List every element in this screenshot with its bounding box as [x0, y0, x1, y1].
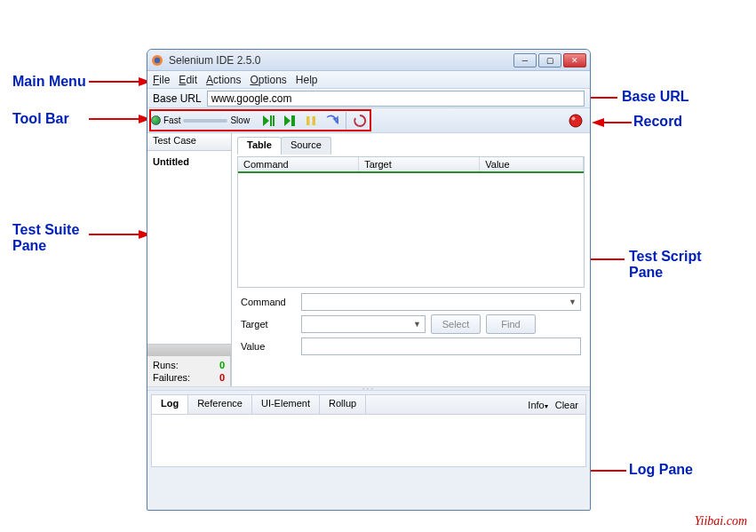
- svg-point-25: [572, 116, 576, 120]
- base-url-row: Base URL: [147, 89, 590, 108]
- command-label: Command: [241, 297, 296, 307]
- target-label: Target: [241, 319, 296, 330]
- splitter-handle[interactable]: [147, 386, 590, 391]
- svg-point-15: [155, 57, 160, 62]
- log-tab-uielement[interactable]: UI-Element: [252, 395, 320, 414]
- select-button[interactable]: Select: [431, 314, 481, 334]
- test-case-item[interactable]: Untitled: [151, 155, 227, 169]
- speed-knob-icon: [151, 115, 161, 125]
- test-script-pane: Table Source Command Target Value Comman…: [232, 133, 590, 386]
- svg-rect-21: [306, 116, 310, 125]
- record-button[interactable]: [566, 111, 585, 131]
- failures-label: Failures:: [153, 372, 190, 383]
- log-pane: Log Reference UI-Element Rollup Info▾ Cl…: [151, 394, 586, 467]
- svg-rect-18: [273, 115, 275, 126]
- speed-fast-label: Fast: [163, 115, 180, 125]
- play-suite-button[interactable]: [259, 111, 278, 131]
- toolbar-separator: [346, 112, 346, 130]
- speed-slider[interactable]: Fast Slow: [151, 115, 251, 125]
- menu-options[interactable]: Options: [250, 74, 286, 86]
- label-tool-bar: Tool Bar: [12, 111, 69, 127]
- tab-table[interactable]: Table: [237, 137, 282, 155]
- watermark: Yiibai.com: [695, 514, 747, 528]
- play-test-button[interactable]: [280, 111, 299, 131]
- svg-rect-22: [313, 116, 316, 125]
- command-grid[interactable]: Command Target Value: [237, 156, 585, 288]
- log-tab-rollup[interactable]: Rollup: [320, 395, 366, 414]
- main-area: Test Case Untitled Runs:0 Failures:0 Tab…: [147, 133, 590, 386]
- svg-marker-19: [284, 115, 290, 126]
- find-button[interactable]: Find: [486, 314, 536, 334]
- log-tab-reference[interactable]: Reference: [188, 395, 252, 414]
- step-button[interactable]: [322, 111, 342, 131]
- svg-marker-16: [263, 115, 269, 126]
- log-clear-button[interactable]: Clear: [555, 400, 578, 410]
- runs-label: Runs:: [153, 360, 179, 370]
- label-main-menu: Main Menu: [12, 74, 86, 90]
- progress-bar: [147, 344, 231, 356]
- label-record: Record: [633, 114, 682, 130]
- chevron-down-icon: ▾: [545, 402, 548, 410]
- test-suite-pane[interactable]: Untitled: [147, 151, 231, 344]
- grid-header: Command Target Value: [238, 157, 584, 173]
- menu-help[interactable]: Help: [296, 74, 318, 86]
- base-url-label: Base URL: [153, 92, 202, 105]
- rollup-button[interactable]: [350, 111, 370, 131]
- firefox-icon: [151, 54, 163, 67]
- main-menu: File Edit Actions Options Help: [147, 71, 590, 89]
- base-url-input[interactable]: [207, 91, 585, 107]
- target-combo[interactable]: ▼: [301, 315, 426, 333]
- svg-marker-9: [592, 118, 604, 127]
- tool-bar: Fast Slow: [147, 108, 590, 133]
- command-form: Command ▼ Target ▼ Select Find Value: [237, 288, 585, 362]
- log-tab-log[interactable]: Log: [152, 395, 188, 414]
- selenium-ide-window: Selenium IDE 2.5.0 ─ ▢ ✕ File Edit Actio…: [147, 49, 591, 511]
- command-combo[interactable]: ▼: [301, 293, 581, 311]
- col-target[interactable]: Target: [359, 157, 480, 171]
- stats-panel: Runs:0 Failures:0: [147, 356, 231, 386]
- pause-button[interactable]: [301, 111, 321, 131]
- log-info-dropdown[interactable]: Info▾: [528, 400, 547, 410]
- menu-edit[interactable]: Edit: [179, 74, 197, 86]
- label-test-script-pane: Test Script Pane: [629, 249, 702, 281]
- menu-file[interactable]: File: [153, 74, 170, 86]
- menu-actions[interactable]: Actions: [206, 74, 241, 86]
- label-test-suite-pane: Test Suite Pane: [12, 222, 79, 254]
- titlebar[interactable]: Selenium IDE 2.5.0 ─ ▢ ✕: [147, 50, 590, 71]
- col-value[interactable]: Value: [480, 157, 584, 171]
- chevron-down-icon: ▼: [569, 298, 577, 306]
- value-input[interactable]: [301, 337, 581, 355]
- close-button[interactable]: ✕: [563, 53, 586, 67]
- window-title: Selenium IDE 2.5.0: [169, 54, 513, 67]
- svg-rect-20: [291, 115, 295, 126]
- runs-value: 0: [219, 360, 225, 370]
- maximize-button[interactable]: ▢: [538, 53, 561, 67]
- svg-point-24: [569, 115, 582, 127]
- speed-slow-label: Slow: [230, 115, 250, 125]
- log-body[interactable]: [152, 415, 585, 466]
- label-base-url: Base URL: [622, 89, 689, 105]
- col-command[interactable]: Command: [238, 157, 359, 171]
- label-log-pane: Log Pane: [629, 462, 693, 478]
- svg-rect-17: [270, 115, 272, 126]
- chevron-down-icon: ▼: [413, 320, 421, 329]
- failures-value: 0: [219, 372, 225, 383]
- tab-source[interactable]: Source: [281, 137, 331, 155]
- value-label: Value: [241, 341, 296, 352]
- minimize-button[interactable]: ─: [513, 53, 537, 67]
- test-case-tab[interactable]: Test Case: [147, 133, 231, 151]
